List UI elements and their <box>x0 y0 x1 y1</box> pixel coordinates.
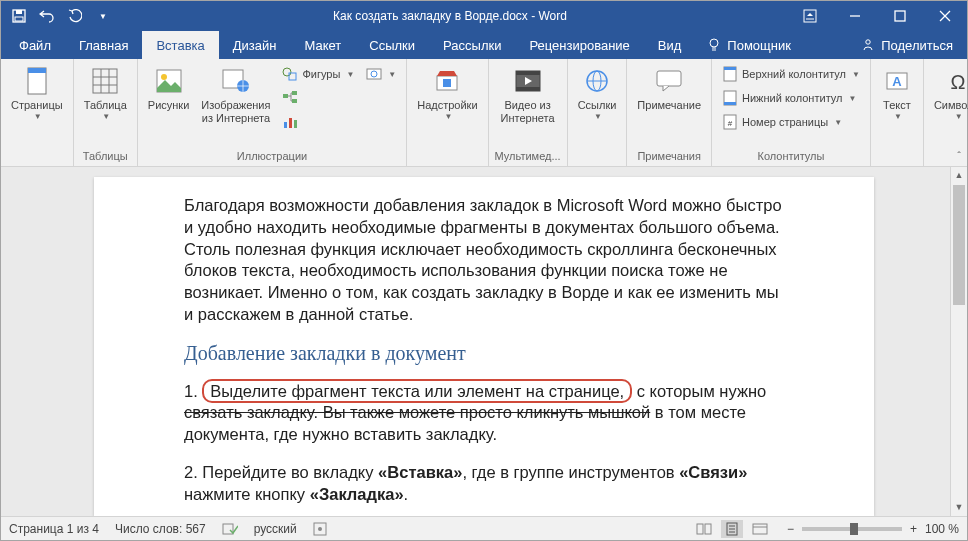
quick-access-toolbar: ▼ <box>1 6 113 26</box>
ribbon-tabs: Файл Главная Вставка Дизайн Макет Ссылки… <box>1 31 967 59</box>
svg-point-8 <box>710 39 718 47</box>
page-number-icon: # <box>722 114 738 130</box>
svg-rect-54 <box>697 524 703 534</box>
group-media: Видео из Интернета Мультимед... <box>489 59 568 166</box>
store-icon <box>431 65 463 97</box>
group-comments: Примечание Примечания <box>627 59 712 166</box>
shapes-button[interactable]: Фигуры▼ <box>278 63 358 85</box>
tab-design[interactable]: Дизайн <box>219 31 291 59</box>
tab-references[interactable]: Ссылки <box>355 31 429 59</box>
zoom-out-button[interactable]: − <box>787 522 794 536</box>
status-words[interactable]: Число слов: 567 <box>115 522 206 536</box>
pictures-button[interactable]: Рисунки <box>144 63 194 114</box>
svg-rect-26 <box>292 91 297 95</box>
footer-button[interactable]: Нижний колонтитул▼ <box>718 87 864 109</box>
web-layout-icon[interactable] <box>749 520 771 538</box>
zoom-control: − + 100 % <box>787 522 959 536</box>
addins-label: Надстройки <box>417 99 477 112</box>
group-symbols-label <box>930 160 968 164</box>
svg-rect-45 <box>724 102 736 105</box>
tab-file[interactable]: Файл <box>5 31 65 59</box>
svg-point-20 <box>161 74 167 80</box>
svg-point-23 <box>283 68 291 76</box>
chart-button[interactable] <box>278 111 358 133</box>
step1-strike: связать закладку. Вы также можете просто… <box>184 403 650 421</box>
redo-icon[interactable] <box>65 6 85 26</box>
zoom-in-button[interactable]: + <box>910 522 917 536</box>
chevron-down-icon: ▼ <box>388 70 396 79</box>
pictures-label: Рисунки <box>148 99 190 112</box>
comment-button[interactable]: Примечание <box>633 63 705 114</box>
scroll-down-icon[interactable]: ▼ <box>951 499 967 516</box>
comment-icon <box>653 65 685 97</box>
addins-button[interactable]: Надстройки▼ <box>413 63 481 123</box>
svg-text:A: A <box>892 74 902 89</box>
table-button[interactable]: Таблица▼ <box>80 63 131 123</box>
online-pictures-button[interactable]: Изображения из Интернета <box>197 63 274 126</box>
vertical-scrollbar[interactable]: ▲ ▼ <box>950 167 967 516</box>
maximize-button[interactable] <box>877 1 922 31</box>
illustrations-stack2: ▼ <box>362 63 400 85</box>
picture-icon <box>153 65 185 97</box>
svg-rect-60 <box>753 524 767 534</box>
chevron-down-icon: ▼ <box>852 70 860 79</box>
spellcheck-icon[interactable] <box>222 522 238 536</box>
chevron-down-icon: ▼ <box>894 112 902 121</box>
group-links: Ссылки▼ <box>568 59 628 166</box>
tab-layout[interactable]: Макет <box>290 31 355 59</box>
symbols-label: Символы <box>934 99 968 112</box>
svg-rect-29 <box>289 118 292 128</box>
document-page[interactable]: Благодаря возможности добавления закладо… <box>94 177 874 516</box>
undo-icon[interactable] <box>37 6 57 26</box>
tab-mailings[interactable]: Рассылки <box>429 31 515 59</box>
qat-customize-icon[interactable]: ▼ <box>93 6 113 26</box>
tab-view[interactable]: Вид <box>644 31 696 59</box>
tell-me[interactable]: Помощник <box>695 31 803 59</box>
share-label: Поделиться <box>881 38 953 53</box>
macros-icon[interactable] <box>313 522 327 536</box>
status-language[interactable]: русский <box>254 522 297 536</box>
status-page[interactable]: Страница 1 из 4 <box>9 522 99 536</box>
ribbon-options-icon[interactable] <box>787 1 832 31</box>
tab-insert[interactable]: Вставка <box>142 31 218 59</box>
read-mode-icon[interactable] <box>693 520 715 538</box>
scroll-up-icon[interactable]: ▲ <box>951 167 967 184</box>
close-button[interactable] <box>922 1 967 31</box>
links-label: Ссылки <box>578 99 617 112</box>
header-button[interactable]: Верхний колонтитул▼ <box>718 63 864 85</box>
save-icon[interactable] <box>9 6 29 26</box>
pages-button[interactable]: Страницы▼ <box>7 63 67 123</box>
print-layout-icon[interactable] <box>721 520 743 538</box>
table-icon <box>89 65 121 97</box>
step2-d: нажмите кнопку <box>184 485 310 503</box>
scroll-thumb[interactable] <box>953 185 965 305</box>
minimize-button[interactable] <box>832 1 877 31</box>
zoom-slider[interactable] <box>802 527 902 531</box>
heading-add-bookmark: Добавление закладки в документ <box>184 342 784 365</box>
smartart-button[interactable] <box>278 87 358 109</box>
chevron-down-icon: ▼ <box>346 70 354 79</box>
text-label: Текст <box>883 99 911 112</box>
share-button[interactable]: Поделиться <box>847 31 967 59</box>
tab-home[interactable]: Главная <box>65 31 142 59</box>
shapes-label: Фигуры <box>302 68 340 80</box>
zoom-knob[interactable] <box>850 523 858 535</box>
header-label: Верхний колонтитул <box>742 68 846 80</box>
symbols-button[interactable]: Ω Символы▼ <box>930 63 968 123</box>
svg-rect-5 <box>895 11 905 21</box>
tab-review[interactable]: Рецензирование <box>515 31 643 59</box>
omega-icon: Ω <box>942 65 968 97</box>
chevron-down-icon: ▼ <box>834 118 842 127</box>
links-button[interactable]: Ссылки▼ <box>574 63 621 123</box>
online-video-button[interactable]: Видео из Интернета <box>495 63 561 126</box>
text-button[interactable]: A Текст▼ <box>877 63 917 123</box>
collapse-ribbon-icon[interactable]: ˆ <box>957 150 961 162</box>
screenshot-button[interactable]: ▼ <box>362 63 400 85</box>
hf-stack: Верхний колонтитул▼ Нижний колонтитул▼ #… <box>718 63 864 133</box>
page-number-button[interactable]: # Номер страницы▼ <box>718 111 864 133</box>
zoom-value[interactable]: 100 % <box>925 522 959 536</box>
page-number-label: Номер страницы <box>742 116 828 128</box>
step1-prefix: 1. <box>184 382 202 400</box>
group-symbols: Ω Символы▼ <box>924 59 968 166</box>
chevron-down-icon: ▼ <box>848 94 856 103</box>
